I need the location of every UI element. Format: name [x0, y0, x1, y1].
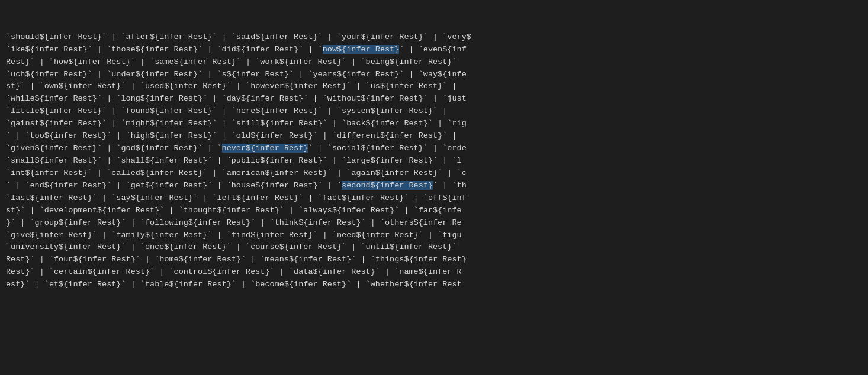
highlight-nows: now${infer Rest}: [323, 45, 400, 54]
code-line: st}` | `own${infer Rest}` | `used${infer…: [6, 80, 862, 93]
code-line: ` | `end${infer Rest}` | `get${infer Res…: [6, 180, 862, 192]
code-line: `gainst${infer Rest}` | `might${infer Re…: [6, 118, 862, 130]
code-line: `last${infer Rest}` | `say${infer Rest}`…: [6, 192, 862, 205]
code-line: Rest}` | `four${infer Rest}` | `home${in…: [6, 254, 862, 266]
code-line: `give${infer Rest}` | `family${infer Res…: [6, 229, 862, 242]
code-line: est}` | `et${infer Rest}` | `table${infe…: [6, 279, 862, 291]
code-line: ` | `too${infer Rest}` | `high${infer Re…: [6, 130, 862, 143]
code-line: `given${infer Rest}` | `god${infer Rest}…: [6, 143, 862, 155]
code-line: Rest}` | `certain${infer Rest}` | `contr…: [6, 266, 862, 279]
code-line: `little${infer Rest}` | `found${infer Re…: [6, 105, 862, 118]
code-editor-content: `should${infer Rest}` | `after${infer Re…: [0, 0, 868, 375]
code-line: `ike${infer Rest}` | `those${infer Rest}…: [6, 44, 862, 56]
code-line: `int${infer Rest}` | `called${infer Rest…: [6, 167, 862, 180]
code-lines: `should${infer Rest}` | `after${infer Re…: [6, 31, 862, 291]
highlight-second: second${infer Rest}: [342, 181, 433, 190]
code-line: Rest}` | `how${infer Rest}` | `same${inf…: [6, 56, 862, 69]
code-line: `while${infer Rest}` | `long${infer Rest…: [6, 93, 862, 105]
code-line: `university${infer Rest}` | `once${infer…: [6, 241, 862, 254]
code-line: `should${infer Rest}` | `after${infer Re…: [6, 31, 862, 44]
highlight-never: never${infer Rest}: [222, 144, 308, 153]
code-line: `uch${infer Rest}` | `under${infer Rest}…: [6, 69, 862, 81]
code-line: }` | `group${infer Rest}` | `following${…: [6, 217, 862, 229]
code-line: `small${infer Rest}` | `shall${infer Res…: [6, 155, 862, 167]
code-line: st}` | `development${infer Rest}` | `tho…: [6, 205, 862, 217]
